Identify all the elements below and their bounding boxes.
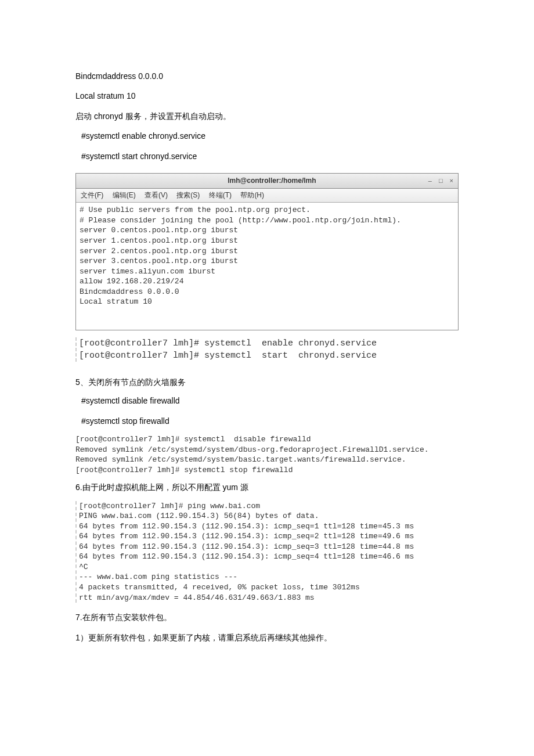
menu-help[interactable]: 帮助(H) <box>240 191 264 199</box>
section7-heading: 7.在所有节点安装软件包。 <box>75 611 459 624</box>
menu-edit[interactable]: 编辑(E) <box>113 191 136 199</box>
cmd-disable-firewalld: #systemctl disable firewalld <box>75 394 459 407</box>
cmd-stop-firewalld: #systemctl stop firewalld <box>75 415 459 427</box>
terminal-menubar: 文件(F) 编辑(E) 查看(V) 搜索(S) 终端(T) 帮助(H) <box>76 189 458 203</box>
menu-file[interactable]: 文件(F) <box>81 191 103 199</box>
section7-sub1: 1）更新所有软件包，如果更新了内核，请重启系统后再继续其他操作。 <box>75 631 459 644</box>
section5-heading: 5、关闭所有节点的防火墙服务 <box>75 376 459 388</box>
config-line-stratum: Local stratum 10 <box>75 89 459 102</box>
menu-view[interactable]: 查看(V) <box>145 191 168 199</box>
close-icon[interactable]: × <box>450 176 453 186</box>
minimize-icon[interactable]: – <box>428 176 432 186</box>
chronyd-instruction: 启动 chronyd 服务，并设置开机自动启动。 <box>75 110 459 123</box>
ping-output: [root@controller7 lmh]# ping www.bai.com… <box>75 501 459 603</box>
config-line-bindcmd: Bindcmdaddress 0.0.0.0 <box>75 70 459 82</box>
cmd-start-chronyd: #systemctl start chronyd.service <box>75 150 459 163</box>
terminal-titlebar: lmh@controller:/home/lmh – □ × <box>76 174 458 189</box>
section6-heading: 6.由于此时虚拟机能上网，所以不用配置 yum 源 <box>75 481 459 494</box>
menu-search[interactable]: 搜索(S) <box>176 191 200 199</box>
terminal-window: lmh@controller:/home/lmh – □ × 文件(F) 编辑(… <box>75 173 459 330</box>
terminal-title: lmh@controller:/home/lmh <box>116 175 428 186</box>
menu-terminal[interactable]: 终端(T) <box>209 191 232 199</box>
chronyd-commands-output: [root@controller7 lmh]# systemctl enable… <box>75 337 459 362</box>
firewalld-output: [root@controller7 lmh]# systemctl disabl… <box>75 434 459 475</box>
terminal-content: # Use public servers from the pool.ntp.o… <box>76 203 458 330</box>
maximize-icon[interactable]: □ <box>439 176 443 186</box>
cmd-enable-chronyd: #systemctl enable chronyd.service <box>75 129 459 142</box>
